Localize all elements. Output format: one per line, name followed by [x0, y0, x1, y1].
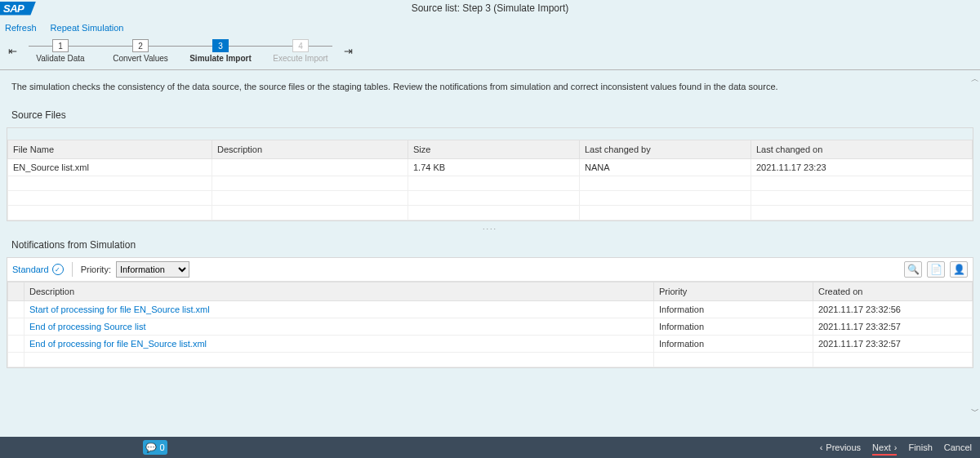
table-row-empty [8, 191, 973, 206]
source-files-panel: File Name Description Size Last changed … [7, 127, 973, 221]
step-label: Convert Values [113, 54, 168, 63]
splitter-handle[interactable]: .... [7, 221, 973, 233]
table-row[interactable]: EN_Source list.xml 1.74 KB NANA 2021.11.… [8, 159, 973, 176]
cell-last-changed-by: NANA [580, 159, 751, 176]
cell-created-on: 2021.11.17 23:32:57 [813, 318, 973, 336]
step-box: 4 [292, 39, 309, 52]
message-icon: 💬 [145, 442, 157, 453]
chevron-right-icon: › [894, 442, 898, 452]
scroll-up-icon[interactable]: ︿ [971, 73, 979, 85]
step-box: 2 [132, 39, 149, 52]
export-icon[interactable]: 📄 [927, 261, 945, 278]
step-label: Simulate Import [189, 54, 252, 63]
table-header-row: File Name Description Size Last changed … [8, 140, 973, 159]
cancel-button[interactable]: Cancel [944, 442, 972, 452]
next-button[interactable]: Next › [872, 442, 897, 452]
step-last-icon[interactable] [341, 45, 356, 57]
step-label: Validate Data [36, 54, 84, 63]
step-box: 3 [212, 39, 229, 52]
notifications-panel: Standard ✓ Priority: Information 🔍 📄 👤 D… [7, 257, 973, 368]
notifications-title: Notifications from Simulation [7, 233, 973, 257]
step-box: 1 [52, 39, 69, 52]
footer-bar: 💬 0 ‹ Previous Next › Finish Cancel [0, 437, 980, 458]
step-convert-values[interactable]: 2 Convert Values [100, 39, 180, 63]
notification-link[interactable]: Start of processing for file EN_Source l… [24, 301, 654, 318]
cancel-label: Cancel [944, 442, 972, 452]
table-row-empty [8, 206, 973, 220]
col-last-changed-on[interactable]: Last changed on [751, 140, 973, 159]
finish-label: Finish [908, 442, 932, 452]
cell-priority: Information [654, 318, 813, 336]
col-created-on[interactable]: Created on [813, 282, 973, 301]
table-row-empty [8, 353, 973, 367]
notifications-toolbar: Standard ✓ Priority: Information 🔍 📄 👤 [7, 258, 973, 282]
cell-priority: Information [654, 336, 813, 353]
table-row[interactable]: End of processing for file EN_Source lis… [8, 336, 973, 353]
search-icon[interactable]: 🔍 [904, 261, 922, 278]
step-execute-import[interactable]: 4 Execute Import [261, 39, 341, 63]
notification-link[interactable]: End of processing for file EN_Source lis… [24, 336, 654, 353]
standard-label: Standard [12, 265, 49, 274]
source-files-table: File Name Description Size Last changed … [7, 140, 973, 220]
source-files-title: Source Files [7, 103, 973, 127]
scroll-indicator[interactable]: ︿ ﹀ [970, 70, 980, 420]
personalize-icon[interactable]: 👤 [950, 261, 968, 278]
table-header-row: Description Priority Created on [8, 282, 973, 301]
step-label: Execute Import [273, 54, 327, 63]
step-bar: 1 Validate Data 2 Convert Values 3 Simul… [0, 38, 980, 64]
next-label: Next [872, 442, 891, 452]
page-title: Source list: Step 3 (Simulate Import) [0, 2, 980, 14]
cell-size: 1.74 KB [408, 159, 580, 176]
action-links: Refresh Repeat Simulation [0, 16, 980, 38]
step-validate-data[interactable]: 1 Validate Data [20, 39, 100, 63]
finish-button[interactable]: Finish [908, 442, 932, 452]
col-selector[interactable] [8, 282, 24, 301]
priority-select[interactable]: Information [116, 261, 189, 278]
col-priority[interactable]: Priority [654, 282, 813, 301]
notification-link[interactable]: End of processing Source list [24, 318, 654, 336]
col-description[interactable]: Description [212, 140, 408, 159]
sap-logo: SAP [0, 2, 36, 16]
cell-last-changed-on: 2021.11.17 23:23 [751, 159, 973, 176]
message-count: 0 [159, 442, 164, 452]
col-description[interactable]: Description [24, 282, 654, 301]
cell-file-name: EN_Source list.xml [8, 159, 212, 176]
col-last-changed-by[interactable]: Last changed by [580, 140, 751, 159]
main-content: The simulation checks the consistency of… [0, 69, 980, 420]
top-bar: SAP Source list: Step 3 (Simulate Import… [0, 0, 980, 16]
step-first-icon[interactable] [5, 45, 20, 57]
chevron-down-icon: ✓ [52, 264, 64, 275]
scroll-down-icon[interactable]: ﹀ [971, 406, 979, 417]
table-row[interactable]: End of processing Source list Informatio… [8, 318, 973, 336]
chevron-left-icon: ‹ [820, 442, 823, 452]
toolbar-divider [72, 262, 73, 277]
notifications-table: Description Priority Created on Start of… [7, 282, 973, 367]
cell-priority: Information [654, 301, 813, 318]
cell-created-on: 2021.11.17 23:32:56 [813, 301, 973, 318]
step-simulate-import[interactable]: 3 Simulate Import [180, 39, 261, 63]
table-row-empty [8, 176, 973, 191]
col-size[interactable]: Size [408, 140, 580, 159]
previous-label: Previous [826, 442, 861, 452]
previous-button[interactable]: ‹ Previous [820, 442, 861, 452]
repeat-simulation-link[interactable]: Repeat Simulation [51, 23, 124, 33]
messages-button[interactable]: 💬 0 [143, 440, 167, 455]
steps-container: 1 Validate Data 2 Convert Values 3 Simul… [20, 39, 341, 63]
table-row[interactable]: Start of processing for file EN_Source l… [8, 301, 973, 318]
col-file-name[interactable]: File Name [8, 140, 212, 159]
cell-description [212, 159, 408, 176]
intro-text: The simulation checks the consistency of… [7, 70, 973, 103]
cell-created-on: 2021.11.17 23:32:57 [813, 336, 973, 353]
refresh-link[interactable]: Refresh [5, 23, 37, 33]
priority-label: Priority: [81, 265, 111, 274]
layout-standard-button[interactable]: Standard ✓ [12, 264, 64, 275]
